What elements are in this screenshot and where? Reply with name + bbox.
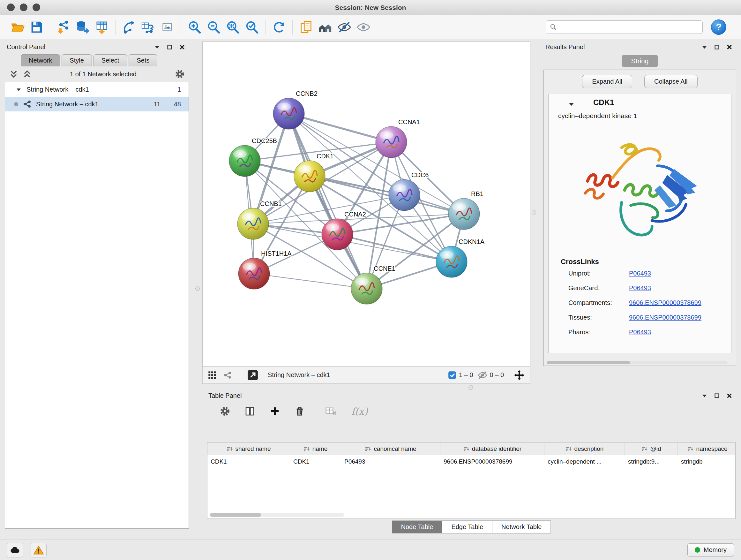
panel-close-button[interactable] [726, 44, 732, 50]
results-scrollbar[interactable] [547, 361, 728, 364]
network-collection-row[interactable]: String Network – cdk1 1 [5, 82, 189, 97]
help-button[interactable]: ? [711, 19, 726, 35]
import-table-from-file-button[interactable] [92, 18, 111, 37]
birds-eye-view-button[interactable] [208, 371, 217, 380]
tab-style[interactable]: Style [62, 54, 91, 66]
zoom-in-button[interactable] [185, 18, 204, 37]
copy-documents-button[interactable] [296, 18, 316, 37]
network-view[interactable]: CCNB2CCNA1CDC25BCDK1CDC6RB1CCNB1CCNA2CDK… [202, 42, 530, 367]
network-node-cdk1[interactable]: CDK1 [294, 152, 333, 192]
selected-nodes-checkbox-icon[interactable] [448, 371, 456, 379]
table-scrollbar[interactable] [210, 513, 344, 517]
collapse-tree-button[interactable] [23, 70, 31, 78]
cloud-status-button[interactable] [7, 543, 23, 557]
column-header--id[interactable]: @id [625, 442, 678, 455]
import-network-from-database-button[interactable] [73, 18, 92, 37]
crosslink-value-link[interactable]: P06493 [629, 328, 651, 336]
tab-sets[interactable]: Sets [129, 54, 157, 66]
panel-maximize-button[interactable] [166, 44, 173, 50]
column-header-label: shared name [235, 445, 271, 452]
tab-select[interactable]: Select [93, 54, 127, 66]
search-input[interactable] [559, 23, 698, 30]
expand-all-button[interactable]: Expand All [582, 75, 632, 88]
tab-edge-table[interactable]: Edge Table [442, 520, 492, 534]
zoom-out-button[interactable] [204, 18, 223, 37]
splitter-handle[interactable] [532, 210, 536, 214]
results-scrollbar-thumb[interactable] [547, 361, 630, 364]
hidden-elements-eye-icon[interactable] [478, 370, 487, 380]
network-graph[interactable]: CCNB2CCNA1CDC25BCDK1CDC6RB1CCNB1CCNA2CDK… [203, 42, 530, 366]
network-edge[interactable] [254, 273, 367, 289]
table-scrollbar-thumb[interactable] [210, 513, 261, 517]
crosslink-value-link[interactable]: 9606.ENSP00000378699 [629, 314, 701, 321]
tab-node-table[interactable]: Node Table [392, 520, 443, 534]
panel-float-button[interactable] [154, 44, 160, 50]
column-header-database-identifier[interactable]: database identifier [441, 442, 544, 455]
tab-network[interactable]: Network [21, 54, 60, 66]
column-header-name[interactable]: name [290, 442, 341, 455]
refresh-layout-button[interactable] [269, 18, 288, 37]
network-node-ccnb2[interactable]: CCNB2 [273, 90, 318, 129]
panel-maximize-button[interactable] [714, 393, 720, 399]
open-in-new-window-button[interactable] [247, 370, 258, 381]
tab-string[interactable]: String [622, 55, 658, 67]
function-builder-button[interactable]: f(x) [351, 406, 367, 417]
save-session-button[interactable] [27, 18, 46, 37]
panel-maximize-button[interactable] [714, 44, 720, 50]
panel-float-button[interactable] [701, 44, 708, 50]
panel-close-button[interactable] [179, 44, 185, 50]
table-cell[interactable]: CDK1 [207, 455, 290, 468]
hide-selected-button[interactable] [335, 18, 354, 37]
memory-button[interactable]: Memory [687, 543, 734, 557]
table-cell[interactable]: CDK1 [290, 455, 341, 468]
show-columns-button[interactable] [245, 406, 255, 416]
import-network-from-file-button[interactable] [54, 18, 73, 37]
table-cell[interactable]: stringdb:9... [625, 455, 678, 468]
collapse-all-button[interactable]: Collapse All [644, 75, 697, 88]
zoom-fit-button[interactable] [223, 18, 242, 37]
network-node-ccna1[interactable]: CCNA1 [376, 118, 420, 158]
network-node-hist1h1a[interactable]: HIST1H1A [239, 250, 292, 289]
open-session-button[interactable] [8, 18, 27, 37]
create-column-button[interactable] [270, 406, 280, 416]
panel-close-button[interactable] [726, 393, 732, 399]
share-network-button[interactable] [223, 371, 232, 380]
column-header-shared-name[interactable]: shared name [207, 442, 290, 455]
zoom-selected-button[interactable] [242, 18, 261, 37]
network-row-selected[interactable]: String Network – cdk1 11 48 [5, 97, 189, 111]
table-cell[interactable]: stringdb [678, 455, 736, 468]
show-all-button[interactable] [354, 18, 373, 37]
network-edge[interactable] [310, 176, 464, 214]
open-folder-icon [10, 20, 24, 35]
column-header-namespace[interactable]: namespace [678, 442, 736, 455]
global-search[interactable] [546, 20, 703, 34]
column-header-canonical-name[interactable]: canonical name [341, 442, 441, 455]
table-cell[interactable]: cyclin–dependent ... [544, 455, 625, 468]
splitter-handle[interactable] [195, 287, 200, 291]
delete-column-button[interactable] [294, 406, 305, 416]
table-cell[interactable]: 9606.ENSP00000378699 [441, 455, 544, 468]
panel-float-button[interactable] [701, 393, 708, 399]
control-panel-title: Control Panel [7, 44, 45, 51]
crosslink-value-link[interactable]: P06493 [629, 285, 651, 292]
splitter-handle[interactable] [468, 385, 473, 390]
protein-collapse-button[interactable] [568, 101, 575, 107]
delete-table-button[interactable] [325, 406, 337, 416]
table-cell[interactable]: P06493 [341, 455, 441, 468]
network-from-table-button[interactable] [138, 18, 158, 37]
home-networks-button[interactable] [316, 18, 335, 37]
network-edge[interactable] [289, 114, 367, 289]
export-image-button[interactable] [158, 18, 177, 37]
warnings-button[interactable] [30, 543, 47, 557]
tab-network-table[interactable]: Network Table [492, 520, 551, 534]
caret-down-icon [701, 44, 708, 50]
crosslink-value-link[interactable]: P06493 [629, 270, 651, 277]
new-network-button[interactable] [119, 18, 138, 37]
crosslink-value-link[interactable]: 9606.ENSP00000378699 [629, 299, 701, 307]
expand-tree-button[interactable] [9, 70, 18, 78]
pan-mode-button[interactable] [514, 369, 525, 381]
table-options-button[interactable] [220, 406, 230, 416]
network-options-button[interactable] [175, 69, 185, 79]
column-header-description[interactable]: description [544, 442, 625, 455]
network-node-rb1[interactable]: RB1 [448, 190, 483, 230]
